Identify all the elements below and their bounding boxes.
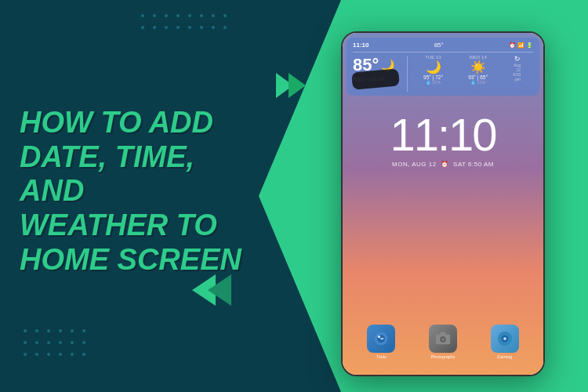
refresh-icon: ↻ (514, 55, 521, 63)
day-tue-high: 95° | 72° (423, 74, 443, 80)
update-time: Aug129:33pm (513, 63, 521, 82)
app-photography[interactable]: Photography (429, 325, 457, 359)
dots-top-decoration (141, 14, 231, 34)
alarm-icon: ⏰ (509, 42, 516, 49)
svg-point-6 (441, 338, 445, 342)
app-settings-icon (491, 325, 519, 353)
wifi-icon: 📶 (517, 42, 524, 49)
day-wed14-precip: 💧 10% (470, 80, 486, 85)
phone-mockup: 11:10 85° ⏰ 📶 🔋 85° 🌙 (341, 31, 545, 376)
svg-point-10 (503, 337, 506, 340)
battery-icon: 🔋 (526, 42, 533, 49)
day-tue-precip: 💧 20% (426, 80, 441, 85)
app-camera-icon (429, 325, 457, 353)
weather-temp-display: 85° (434, 42, 444, 49)
page-title: HOW TO ADD DATE, TIME, AND WEATHER TO HO… (20, 106, 247, 277)
weather-day-wed145: ↻ Aug129:33pm (513, 55, 521, 85)
day-tue-icon: 🌙 (426, 60, 441, 74)
app-photography-label: Photography (430, 354, 455, 359)
app-tools-icon (367, 325, 395, 353)
chevron-decoration (192, 274, 231, 306)
day-wed14-icon: ☀️ (470, 60, 486, 74)
app-tools-label: Tools (376, 354, 387, 359)
play-arrows-decoration (276, 73, 306, 98)
clock-display: 11:10 (347, 112, 539, 158)
day-wed14-high: 93° | 65° (468, 74, 488, 80)
weather-day-tue: TUE 13 🌙 95° | 72° 💧 20% (423, 55, 443, 85)
app-icons-row: Tools Photography (343, 325, 543, 359)
svg-rect-3 (380, 338, 383, 339)
svg-point-2 (378, 336, 380, 338)
dots-bottom-decoration (24, 329, 90, 361)
app-gaming[interactable]: Gaming (491, 325, 519, 359)
app-tools[interactable]: Tools (367, 325, 395, 359)
svg-rect-7 (440, 332, 445, 336)
clock-widget: 11:10 MON, AUG 12 ⏰ SAT 6:50 AM (343, 100, 543, 172)
app-gaming-label: Gaming (497, 354, 512, 359)
weather-widget: 11:10 85° ⏰ 📶 🔋 85° 🌙 (347, 38, 539, 96)
phone-status-time: 11:10 (353, 42, 368, 49)
weather-day-wed14: WED 14 ☀️ 93° | 65° 💧 10% (468, 55, 488, 85)
page-background: HOW TO ADD DATE, TIME, AND WEATHER TO HO… (0, 0, 588, 392)
clock-date: MON, AUG 12 ⏰ SAT 6:50 AM (347, 161, 539, 168)
phone-screen: 11:10 85° ⏰ 📶 🔋 85° 🌙 (343, 33, 543, 375)
